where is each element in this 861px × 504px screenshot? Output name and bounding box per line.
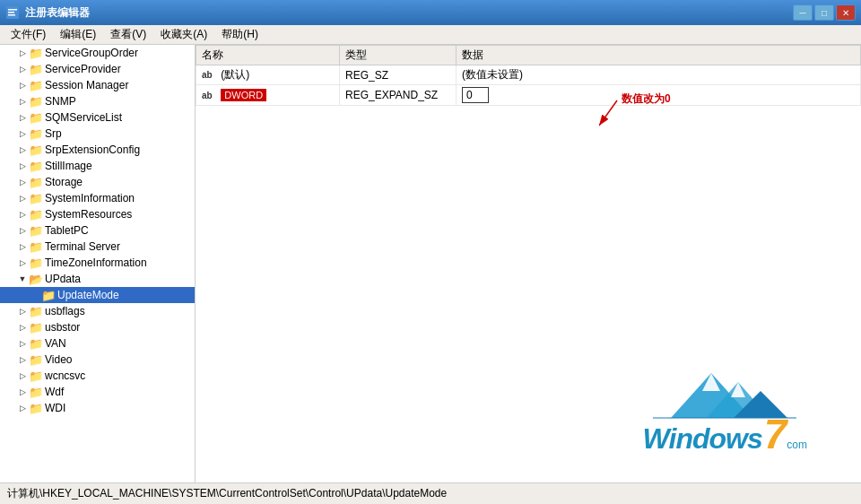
- folder-icon: 📁: [29, 402, 43, 414]
- tree-label: Wdf: [45, 386, 64, 398]
- tree-label: usbstor: [45, 321, 80, 334]
- tree-item-usbflags[interactable]: ▷ 📁 usbflags: [0, 303, 195, 319]
- table-row-dword[interactable]: ab DWORD REG_EXPAND_SZ 0: [196, 85, 861, 106]
- tree-label: WDI: [45, 402, 65, 414]
- tree-label: StillImage: [45, 160, 92, 172]
- tree-label: Storage: [45, 176, 83, 188]
- reg-type-default: REG_SZ: [340, 65, 457, 85]
- table-row-default[interactable]: ab (默认) REG_SZ (数值未设置): [196, 65, 861, 85]
- tree-scroll-content[interactable]: ▷ 📁 ServiceGroupOrder ▷ 📁 ServiceProvide…: [0, 45, 195, 416]
- tree-item-session-manager[interactable]: ▷ 📁 Session Manager: [0, 77, 195, 93]
- folder-icon: 📁: [29, 192, 43, 204]
- menu-edit[interactable]: 编辑(E): [53, 25, 103, 44]
- folder-icon: 📁: [29, 47, 43, 59]
- reg-name-default: ab (默认): [196, 65, 340, 85]
- expand-icon: ▷: [16, 386, 29, 398]
- tree-label: Session Manager: [45, 79, 128, 91]
- status-bar: 计算机\HKEY_LOCAL_MACHINE\SYSTEM\CurrentCon…: [0, 482, 861, 504]
- tree-item-wdf[interactable]: ▷ 📁 Wdf: [0, 384, 195, 400]
- expand-icon: ▷: [16, 176, 29, 188]
- tree-item-wcncsvc[interactable]: ▷ 📁 wcncsvc: [0, 368, 195, 384]
- tree-item-servicegrouporder[interactable]: ▷ 📁 ServiceGroupOrder: [0, 45, 195, 61]
- expand-icon: ▷: [16, 160, 29, 172]
- reg-data-default: (数值未设置): [457, 65, 861, 85]
- tree-item-snmp[interactable]: ▷ 📁 SNMP: [0, 93, 195, 109]
- close-button[interactable]: ✕: [836, 4, 856, 21]
- tree-item-timezoneinfo[interactable]: ▷ 📁 TimeZoneInformation: [0, 255, 195, 271]
- tree-item-wdi[interactable]: ▷ 📁 WDI: [0, 400, 195, 416]
- svg-rect-2: [8, 12, 14, 13]
- tree-item-systeminformation[interactable]: ▷ 📁 SystemInformation: [0, 190, 195, 206]
- minimize-button[interactable]: ─: [793, 4, 813, 21]
- tree-item-terminal-server[interactable]: ▷ 📁 Terminal Server: [0, 239, 195, 255]
- folder-icon: 📁: [41, 289, 56, 301]
- registry-tree: ▷ 📁 ServiceGroupOrder ▷ 📁 ServiceProvide…: [0, 45, 196, 482]
- maximize-button[interactable]: □: [814, 4, 834, 21]
- folder-icon: 📁: [29, 95, 43, 108]
- dword-label: DWORD: [221, 89, 266, 101]
- folder-icon: 📁: [29, 224, 43, 237]
- reg-type-dword: REG_EXPAND_SZ: [340, 85, 457, 106]
- com-text: com: [787, 439, 807, 451]
- tree-label: SNMP: [45, 95, 76, 108]
- tree-item-tabletpc[interactable]: ▷ 📁 TabletPC: [0, 222, 195, 239]
- menu-help[interactable]: 帮助(H): [214, 25, 265, 44]
- tree-item-video[interactable]: ▷ 📁 Video: [0, 352, 195, 368]
- title-bar: 注册表编辑器 ─ □ ✕: [0, 0, 861, 25]
- ab-icon: ab: [202, 91, 216, 100]
- expand-icon: ▷: [16, 111, 29, 124]
- window-title: 注册表编辑器: [25, 5, 793, 21]
- folder-icon: 📁: [29, 111, 43, 124]
- tree-label: ServiceProvider: [45, 63, 121, 75]
- tree-item-storage[interactable]: ▷ 📁 Storage: [0, 174, 195, 190]
- expand-icon: ▷: [16, 127, 29, 140]
- watermark-container: Windows 7 com: [643, 360, 807, 456]
- tree-item-usbstor[interactable]: ▷ 📁 usbstor: [0, 319, 195, 335]
- expand-icon: ▷: [16, 402, 29, 414]
- tree-item-sqmservicelist[interactable]: ▷ 📁 SQMServiceList: [0, 109, 195, 126]
- ab-icon: ab: [202, 70, 216, 80]
- tree-label: Terminal Server: [45, 240, 120, 253]
- tree-item-srp[interactable]: ▷ 📁 Srp: [0, 126, 195, 142]
- tree-item-updatemode[interactable]: 📁 UpdateMode: [0, 287, 195, 303]
- tree-item-van[interactable]: ▷ 📁 VAN: [0, 335, 195, 352]
- menu-bar: 文件(F) 编辑(E) 查看(V) 收藏夹(A) 帮助(H): [0, 25, 861, 45]
- reg-name-dword: ab DWORD: [196, 85, 340, 106]
- annotation-text: 数值改为0: [622, 91, 671, 107]
- tree-item-stillimage[interactable]: ▷ 📁 StillImage: [0, 158, 195, 174]
- expand-icon: ▷: [16, 143, 29, 156]
- windows-text: Windows: [643, 422, 762, 456]
- folder-icon: 📁: [29, 337, 43, 350]
- main-content: ▷ 📁 ServiceGroupOrder ▷ 📁 ServiceProvide…: [0, 45, 861, 482]
- tree-label: usbflags: [45, 305, 85, 317]
- expand-icon: ▷: [16, 353, 29, 366]
- tree-item-srpextensionconfig[interactable]: ▷ 📁 SrpExtensionConfig: [0, 142, 195, 158]
- tree-item-updata[interactable]: ▼ 📂 UPdata: [0, 271, 195, 287]
- tree-item-systemresources[interactable]: ▷ 📁 SystemResources: [0, 206, 195, 222]
- folder-icon: 📁: [29, 369, 43, 382]
- tree-label: wcncsvc: [45, 369, 85, 382]
- folder-icon: 📁: [29, 240, 43, 253]
- svg-line-5: [599, 100, 617, 126]
- expand-icon: ▷: [16, 47, 29, 59]
- expand-icon: ▷: [16, 63, 29, 75]
- expand-icon: ▷: [16, 224, 29, 237]
- menu-view[interactable]: 查看(V): [103, 25, 153, 44]
- menu-file[interactable]: 文件(F): [4, 25, 53, 44]
- folder-icon: 📁: [29, 353, 43, 366]
- folder-icon: 📁: [29, 208, 43, 221]
- expand-icon: ▷: [16, 337, 29, 350]
- folder-icon: 📁: [29, 321, 43, 334]
- tree-label: VAN: [45, 337, 66, 350]
- annotation-container: 数值改为0: [599, 91, 707, 148]
- col-header-name: 名称: [196, 46, 340, 65]
- tree-item-serviceprovider[interactable]: ▷ 📁 ServiceProvider: [0, 61, 195, 77]
- tree-label: Srp: [45, 127, 62, 140]
- folder-icon: 📁: [29, 79, 43, 91]
- tree-label: TimeZoneInformation: [45, 256, 147, 269]
- folder-icon: 📁: [29, 386, 43, 398]
- window-controls: ─ □ ✕: [793, 4, 856, 21]
- menu-favorites[interactable]: 收藏夹(A): [153, 25, 214, 44]
- col-header-type: 类型: [340, 46, 457, 65]
- value-box: 0: [462, 87, 489, 103]
